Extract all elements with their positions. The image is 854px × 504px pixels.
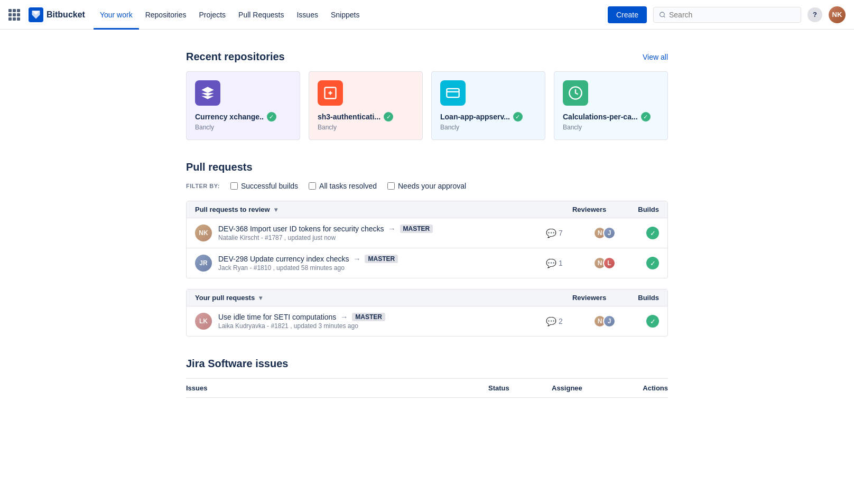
comment-icon-2: 💬: [546, 258, 556, 268]
repo-card-1[interactable]: sh3-authenticati... ✓ Bancly: [309, 71, 423, 140]
pr-meta-sep-1: -: [261, 234, 265, 241]
pr-your-prs-cols: Reviewers Builds: [572, 294, 659, 302]
navbar: Bitbucket Your work Repositories Project…: [0, 0, 854, 30]
repo-status-3: ✓: [641, 112, 651, 122]
jira-col-issues-header: Issues: [186, 384, 488, 392]
pr-meta-1: Natalie Kirscht - #1787 , updated just n…: [218, 234, 546, 241]
pr-to-review-title: Pull requests to review: [195, 206, 270, 213]
pr-row-1[interactable]: NK DEV-368 Import user ID tokens for sec…: [187, 218, 667, 248]
repo-status-0: ✓: [267, 112, 276, 122]
jira-title: Jira Software issues: [186, 358, 288, 370]
filter-all-tasks-resolved-label: All tasks resolved: [319, 182, 377, 190]
avatar[interactable]: NK: [829, 6, 846, 23]
repo-name-row-1: sh3-authenticati... ✓: [318, 112, 414, 122]
pr-comment-count-3: 2: [559, 317, 563, 325]
logo-text: Bitbucket: [47, 10, 85, 20]
pr-row-3[interactable]: LK Use idle time for SETI computations →…: [187, 306, 667, 336]
pr-reviewers-3: N J: [593, 315, 625, 328]
pr-arrow-3: →: [340, 313, 348, 321]
comment-icon-3: 💬: [546, 316, 556, 326]
filter-all-tasks-resolved-checkbox[interactable]: [309, 182, 316, 190]
nav-link-your-work[interactable]: Your work: [94, 0, 139, 30]
pr-meta-sep-2: -: [249, 264, 253, 272]
search-input[interactable]: [669, 11, 795, 19]
filter-successful-builds[interactable]: Successful builds: [230, 182, 298, 190]
filter-needs-approval-checkbox[interactable]: [387, 182, 395, 190]
pr-comment-count-2: 1: [559, 259, 563, 267]
nav-link-issues[interactable]: Issues: [290, 0, 324, 30]
pr-title-text-3: Use idle time for SETI computations: [218, 313, 336, 321]
logo-icon: [29, 7, 43, 22]
pr-number-3: #1821: [271, 322, 288, 330]
pr-row-1-right: 💬 7 N J ✓: [546, 227, 659, 239]
help-button[interactable]: ?: [807, 7, 822, 22]
pr-row-2-left: JR DEV-298 Update currency index checks …: [195, 255, 546, 272]
pull-requests-title: Pull requests: [186, 161, 253, 173]
pr-info-2: DEV-298 Update currency index checks → M…: [218, 255, 546, 272]
repo-card-2[interactable]: Loan-app-appserv... ✓ Bancly: [431, 71, 545, 140]
repo-card-0[interactable]: Currency xchange.. ✓ Bancly: [186, 71, 300, 140]
pr-updated-1: updated just now: [287, 234, 336, 241]
avatar-image: NK: [829, 6, 846, 23]
pr-title-1: DEV-368 Import user ID tokens for securi…: [218, 225, 546, 233]
pr-title-text-2: DEV-298 Update currency index checks: [218, 255, 349, 263]
view-all-repos-link[interactable]: View all: [643, 53, 668, 61]
repo-name-3: Calculations-per-ca...: [563, 113, 638, 121]
repo-grid: Currency xchange.. ✓ Bancly sh3-authenti…: [186, 71, 668, 140]
pr-number-2: #1810: [254, 264, 271, 272]
pr-to-review-cols: Reviewers Builds: [572, 206, 659, 213]
build-status-1: ✓: [646, 227, 659, 239]
pull-requests-header: Pull requests: [186, 161, 668, 173]
pr-row-3-right: 💬 2 N J ✓: [546, 315, 659, 328]
repo-status-2: ✓: [513, 112, 523, 122]
pr-your-prs-toggle[interactable]: Your pull requests ▾: [195, 294, 572, 302]
pr-to-review-toggle[interactable]: Pull requests to review ▾: [195, 206, 572, 213]
nav-link-pull-requests[interactable]: Pull Requests: [232, 0, 290, 30]
pr-comments-1: 💬 7: [546, 228, 572, 238]
repo-name-2: Loan-app-appserv...: [440, 113, 510, 121]
search-box[interactable]: [653, 7, 801, 23]
pr-author-avatar-3: LK: [195, 313, 212, 330]
pr-table-your-prs-header: Your pull requests ▾ Reviewers Builds: [187, 290, 667, 306]
repo-name-row-2: Loan-app-appserv... ✓: [440, 112, 536, 122]
recent-repos-title: Recent repositories: [186, 51, 285, 63]
svg-point-0: [660, 12, 665, 17]
repo-icon-2: [440, 80, 466, 106]
pr-author-name-1: Natalie Kirscht: [218, 234, 259, 241]
recent-repos-header: Recent repositories View all: [186, 51, 668, 63]
filter-all-tasks-resolved[interactable]: All tasks resolved: [309, 182, 377, 190]
create-button[interactable]: Create: [608, 6, 647, 23]
pr-row-3-left: LK Use idle time for SETI computations →…: [195, 313, 546, 330]
jira-col-status-header: Status: [488, 384, 552, 392]
pr-table-your-prs: Your pull requests ▾ Reviewers Builds LK: [186, 289, 668, 337]
filter-successful-builds-checkbox[interactable]: [230, 182, 238, 190]
repo-workspace-3: Bancly: [563, 124, 659, 131]
pr-your-prs-title: Your pull requests: [195, 294, 255, 302]
pr-table-to-review-header: Pull requests to review ▾ Reviewers Buil…: [187, 201, 667, 218]
pr-branch-badge-2: MASTER: [365, 255, 398, 263]
navbar-left: Bitbucket: [8, 7, 94, 22]
filter-successful-builds-label: Successful builds: [241, 182, 298, 190]
repo-name-1: sh3-authenticati...: [318, 113, 380, 121]
nav-link-projects[interactable]: Projects: [192, 0, 232, 30]
chevron-down-icon: ▾: [274, 206, 277, 213]
pr-row-2-right: 💬 1 N L ✓: [546, 257, 659, 269]
pr-row-2[interactable]: JR DEV-298 Update currency index checks …: [187, 248, 667, 278]
logo[interactable]: Bitbucket: [29, 7, 85, 22]
pr-info-1: DEV-368 Import user ID tokens for securi…: [218, 225, 546, 241]
repo-name-row-0: Currency xchange.. ✓: [195, 112, 291, 122]
repo-card-3[interactable]: Calculations-per-ca... ✓ Bancly: [554, 71, 668, 140]
nav-link-repositories[interactable]: Repositories: [139, 0, 193, 30]
app-switcher-icon[interactable]: [8, 9, 20, 21]
pr-arrow-1: →: [388, 225, 396, 233]
pr-reviewers-1: N J: [593, 227, 625, 239]
pr-title-text-1: DEV-368 Import user ID tokens for securi…: [218, 225, 384, 233]
repo-name-0: Currency xchange..: [195, 113, 264, 121]
nav-link-snippets[interactable]: Snippets: [324, 0, 366, 30]
repo-icon-3: [563, 80, 588, 106]
pr-arrow-2: →: [353, 255, 360, 263]
build-status-2: ✓: [646, 257, 659, 269]
pr-updated-2: updated 58 minutes ago: [276, 264, 345, 272]
repo-status-1: ✓: [384, 112, 393, 122]
filter-needs-approval[interactable]: Needs your approval: [387, 182, 466, 190]
